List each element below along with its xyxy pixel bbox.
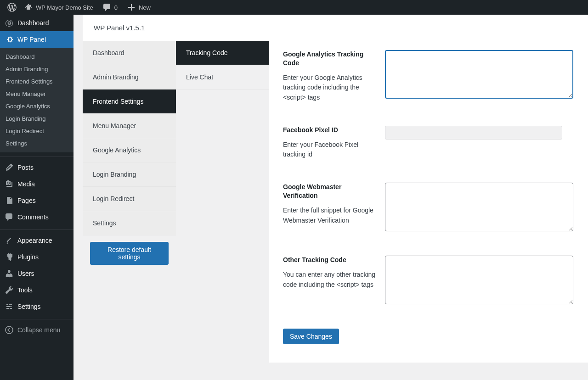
- primary-tabs: Dashboard Admin Branding Frontend Settin…: [83, 41, 176, 363]
- other-tracking-desc: You can enter any other tracking code in…: [283, 270, 376, 290]
- gear-icon: [5, 35, 14, 44]
- home-icon: [24, 3, 33, 12]
- other-tracking-label: Other Tracking Code: [283, 256, 376, 264]
- admin-sidebar: Dashboard WP Panel Dashboard Admin Brand…: [0, 15, 74, 380]
- pin-icon: [5, 163, 14, 172]
- tab-menu-manager[interactable]: Menu Manager: [83, 114, 176, 138]
- comments-link[interactable]: 0: [99, 0, 121, 15]
- comments-icon: [5, 212, 14, 222]
- tab-tracking-code[interactable]: Tracking Code: [176, 41, 269, 65]
- plug-icon: [5, 252, 14, 262]
- sub-settings[interactable]: Settings: [0, 137, 74, 150]
- fb-pixel-desc: Enter your Facebook Pixel tracking id: [283, 140, 376, 160]
- sub-dashboard[interactable]: Dashboard: [0, 50, 74, 63]
- tab-frontend-settings[interactable]: Frontend Settings: [83, 89, 176, 114]
- comment-icon: [102, 3, 112, 12]
- restore-defaults-button[interactable]: Restore default settings: [90, 242, 169, 265]
- ga-tracking-label: Google Analytics Tracking Code: [283, 50, 376, 67]
- dashboard-icon: [5, 18, 14, 28]
- admin-topbar: WP Mayor Demo Site 0 New: [0, 0, 588, 15]
- tab-admin-branding[interactable]: Admin Branding: [83, 65, 176, 89]
- settings-form: Google Analytics Tracking Code Enter you…: [269, 41, 588, 363]
- submenu-wp-panel: Dashboard Admin Branding Frontend Settin…: [0, 48, 74, 152]
- collapse-icon: [5, 325, 14, 335]
- menu-appearance[interactable]: Appearance: [0, 232, 74, 249]
- tab-login-branding[interactable]: Login Branding: [83, 162, 176, 187]
- sub-google-analytics[interactable]: Google Analytics: [0, 100, 74, 112]
- sub-login-branding[interactable]: Login Branding: [0, 112, 74, 125]
- ga-tracking-textarea[interactable]: [385, 50, 573, 99]
- sub-menu-manager[interactable]: Menu Manager: [0, 88, 74, 100]
- fb-pixel-input[interactable]: [385, 126, 562, 140]
- gwv-label: Google Webmaster Verification: [283, 183, 376, 200]
- tab-google-analytics[interactable]: Google Analytics: [83, 138, 176, 162]
- sub-admin-branding[interactable]: Admin Branding: [0, 63, 74, 75]
- menu-comments[interactable]: Comments: [0, 209, 74, 225]
- brush-icon: [5, 236, 14, 245]
- menu-media[interactable]: Media: [0, 176, 74, 192]
- menu-dashboard[interactable]: Dashboard: [0, 15, 74, 31]
- gwv-textarea[interactable]: [385, 183, 573, 231]
- wordpress-icon: [7, 3, 17, 12]
- sub-frontend-settings[interactable]: Frontend Settings: [0, 75, 74, 88]
- fb-pixel-label: Facebook Pixel ID: [283, 126, 376, 134]
- site-name: WP Mayor Demo Site: [36, 4, 93, 11]
- tab-login-redirect[interactable]: Login Redirect: [83, 187, 176, 211]
- media-icon: [5, 179, 14, 189]
- page-title: WP Panel v1.5.1: [83, 15, 588, 41]
- menu-plugins[interactable]: Plugins: [0, 249, 74, 265]
- other-tracking-textarea[interactable]: [385, 256, 573, 304]
- ga-tracking-desc: Enter your Google Analytics tracking cod…: [283, 73, 376, 103]
- tab-live-chat[interactable]: Live Chat: [176, 65, 269, 89]
- wrench-icon: [5, 285, 14, 295]
- menu-wp-panel[interactable]: WP Panel: [0, 31, 74, 48]
- wp-logo[interactable]: [4, 0, 20, 15]
- comments-count: 0: [114, 4, 118, 11]
- menu-tools[interactable]: Tools: [0, 282, 74, 298]
- tab-dashboard[interactable]: Dashboard: [83, 41, 176, 65]
- collapse-menu[interactable]: Collapse menu: [0, 322, 74, 338]
- gwv-desc: Enter the full snippet for Google Webmas…: [283, 206, 376, 225]
- plus-icon: [127, 3, 136, 12]
- save-changes-button[interactable]: Save Changes: [283, 329, 339, 344]
- svg-point-0: [6, 326, 13, 334]
- page-icon: [5, 196, 14, 205]
- secondary-tabs: Tracking Code Live Chat: [176, 41, 269, 363]
- new-link[interactable]: New: [123, 0, 154, 15]
- menu-settings[interactable]: Settings: [0, 298, 74, 315]
- new-label: New: [139, 4, 151, 11]
- main-content: WP Panel v1.5.1 Dashboard Admin Branding…: [74, 15, 588, 380]
- sliders-icon: [5, 302, 14, 311]
- menu-posts[interactable]: Posts: [0, 159, 74, 176]
- tab-settings[interactable]: Settings: [83, 211, 176, 235]
- site-link[interactable]: WP Mayor Demo Site: [20, 0, 97, 15]
- menu-pages[interactable]: Pages: [0, 192, 74, 209]
- menu-users[interactable]: Users: [0, 265, 74, 282]
- user-icon: [5, 269, 14, 278]
- sub-login-redirect[interactable]: Login Redirect: [0, 125, 74, 137]
